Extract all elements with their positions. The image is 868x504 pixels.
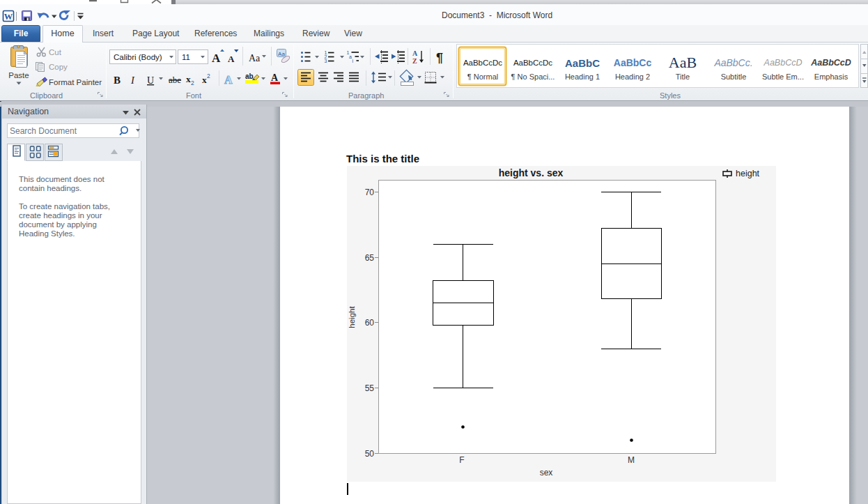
svg-text:Z: Z xyxy=(412,57,417,65)
svg-text:Aa: Aa xyxy=(278,51,285,57)
svg-text:AaBbCc.: AaBbCc. xyxy=(713,57,752,68)
svg-text:M: M xyxy=(628,455,635,465)
svg-text:height: height xyxy=(736,169,760,178)
svg-text:60: 60 xyxy=(365,318,375,328)
svg-text:ab: ab xyxy=(245,72,254,80)
svg-text:Copy: Copy xyxy=(49,63,68,71)
svg-text:AaBbCcD: AaBbCcD xyxy=(810,58,851,68)
svg-text:Subtle Em...: Subtle Em... xyxy=(762,72,804,81)
svg-text:Heading 1: Heading 1 xyxy=(565,72,600,81)
svg-text:55: 55 xyxy=(365,383,375,393)
svg-text:65: 65 xyxy=(365,253,375,263)
svg-text:F: F xyxy=(459,455,464,465)
svg-text:Paste: Paste xyxy=(8,71,29,79)
svg-text:AaBbCcDc: AaBbCcDc xyxy=(463,59,502,67)
svg-text:¶: ¶ xyxy=(436,51,443,65)
svg-text:height vs. sex: height vs. sex xyxy=(499,167,564,178)
svg-text:AaBbC‌: AaBbC‌ xyxy=(565,57,600,69)
svg-text:sex: sex xyxy=(540,468,553,478)
svg-text:AaB: AaB xyxy=(669,54,697,71)
svg-text:Format Painter: Format Painter xyxy=(49,78,102,86)
svg-text:x: x xyxy=(186,74,191,84)
svg-text:AaBbCcD: AaBbCcD xyxy=(764,58,803,68)
svg-text:height: height xyxy=(348,306,356,328)
svg-text:AaBbCcDc: AaBbCcDc xyxy=(513,59,552,67)
svg-text:50: 50 xyxy=(365,449,375,459)
svg-text:A: A xyxy=(212,52,221,65)
svg-text:AaBbCc: AaBbCc xyxy=(614,57,652,68)
svg-text:A: A xyxy=(412,49,418,57)
svg-text:i: i xyxy=(352,59,354,63)
svg-text:Heading 2: Heading 2 xyxy=(615,72,650,81)
svg-text:11: 11 xyxy=(182,53,190,61)
svg-text:abe: abe xyxy=(169,75,181,85)
svg-text:3: 3 xyxy=(325,59,327,63)
svg-text:I: I xyxy=(130,75,135,86)
svg-text:Cut: Cut xyxy=(49,48,62,56)
svg-text:2: 2 xyxy=(207,72,210,79)
svg-text:A: A xyxy=(228,54,235,64)
svg-text:Calibri (Body): Calibri (Body) xyxy=(114,53,162,61)
svg-text:Emphasis: Emphasis xyxy=(814,72,848,81)
svg-text:a: a xyxy=(349,54,352,59)
svg-text:x: x xyxy=(202,75,207,85)
svg-text:¶ Normal: ¶ Normal xyxy=(467,72,498,81)
svg-text:A: A xyxy=(224,74,233,86)
svg-text:U: U xyxy=(147,75,154,86)
svg-text:Subtitle: Subtitle xyxy=(721,72,747,81)
svg-text:70: 70 xyxy=(365,188,375,197)
svg-text:W: W xyxy=(4,12,13,22)
svg-text:B: B xyxy=(114,75,121,86)
svg-text:2: 2 xyxy=(191,79,194,86)
svg-text:¶ No Spaci...: ¶ No Spaci... xyxy=(511,72,555,81)
svg-text:A: A xyxy=(271,72,279,83)
svg-text:Title: Title xyxy=(676,72,690,81)
svg-text:Aa: Aa xyxy=(249,53,261,63)
